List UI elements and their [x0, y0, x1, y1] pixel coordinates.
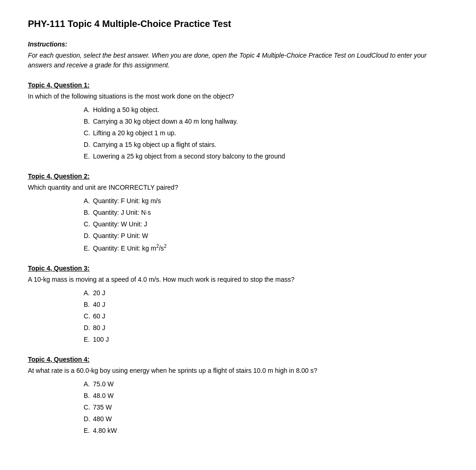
- question-block-q4: Topic 4, Question 4:At what rate is a 60…: [28, 356, 448, 436]
- choice-text-q2-3: Quantity: P Unit: W: [93, 232, 148, 239]
- choice-item-q1-4: E.Lowering a 25 kg object from a second …: [84, 152, 448, 161]
- page-title: PHY-111 Topic 4 Multiple-Choice Practice…: [28, 19, 448, 29]
- choice-text-q4-3: 480 W: [93, 415, 112, 423]
- choice-text-q3-0: 20 J: [93, 289, 105, 297]
- choice-item-q2-3: D.Quantity: P Unit: W: [84, 231, 448, 241]
- choice-item-q3-3: D.80 J: [84, 323, 448, 333]
- choice-item-q3-1: B.40 J: [84, 300, 448, 310]
- question-title-q2: Topic 4, Question 2:: [28, 172, 448, 180]
- choice-item-q4-1: B.48.0 W: [84, 391, 448, 401]
- choice-label-q4-0: A.: [84, 379, 93, 389]
- question-text-q3: A 10-kg mass is moving at a speed of 4.0…: [28, 275, 448, 285]
- choices-list-q3: A.20 JB.40 JC.60 JD.80 JE.100 J: [28, 288, 448, 344]
- choice-item-q4-2: C.735 W: [84, 403, 448, 412]
- choice-label-q2-2: C.: [84, 219, 93, 229]
- choice-label-q3-2: C.: [84, 311, 93, 321]
- choice-text-q4-0: 75.0 W: [93, 380, 113, 388]
- question-title-q1: Topic 4, Question 1:: [28, 81, 448, 89]
- choice-label-q3-1: B.: [84, 300, 93, 310]
- question-block-q2: Topic 4, Question 2:Which quantity and u…: [28, 172, 448, 253]
- choice-item-q2-4: E.Quantity: E Unit: kg m2/s2: [84, 243, 448, 253]
- question-text-q4: At what rate is a 60.0-kg boy using ener…: [28, 366, 448, 376]
- choice-item-q3-2: C.60 J: [84, 311, 448, 321]
- choice-label-q1-4: E.: [84, 152, 93, 161]
- choice-label-q3-0: A.: [84, 288, 93, 298]
- choice-item-q3-0: A.20 J: [84, 288, 448, 298]
- question-text-q2: Which quantity and unit are INCORRECTLY …: [28, 183, 448, 192]
- choice-item-q1-3: D.Carrying a 15 kg object up a flight of…: [84, 140, 448, 150]
- choice-label-q4-3: D.: [84, 414, 93, 424]
- choice-label-q1-0: A.: [84, 105, 93, 115]
- instructions-label: Instructions:: [28, 40, 448, 48]
- choice-item-q3-4: E.100 J: [84, 335, 448, 344]
- choice-item-q1-0: A.Holding a 50 kg object.: [84, 105, 448, 115]
- choice-text-q3-3: 80 J: [93, 324, 105, 331]
- choice-label-q2-3: D.: [84, 231, 93, 241]
- choice-item-q4-3: D.480 W: [84, 414, 448, 424]
- questions-container: Topic 4, Question 1:In which of the foll…: [28, 81, 448, 436]
- question-title-q4: Topic 4, Question 4:: [28, 356, 448, 363]
- choice-text-q2-2: Quantity: W Unit: J: [93, 220, 147, 228]
- choice-label-q2-1: B.: [84, 208, 93, 218]
- choice-label-q3-4: E.: [84, 335, 93, 344]
- choice-text-q1-3: Carrying a 15 kg object up a flight of s…: [93, 141, 216, 148]
- choice-text-q2-4: Quantity: E Unit: kg m2/s2: [93, 245, 166, 252]
- choice-text-q1-1: Carrying a 30 kg object down a 40 m long…: [93, 118, 238, 125]
- choice-text-q3-4: 100 J: [93, 336, 109, 343]
- choice-text-q4-1: 48.0 W: [93, 392, 113, 399]
- choice-label-q2-4: E.: [84, 244, 93, 253]
- choice-item-q1-2: C.Lifting a 20 kg object 1 m up.: [84, 128, 448, 138]
- choice-text-q1-2: Lifting a 20 kg object 1 m up.: [93, 129, 176, 137]
- choice-label-q2-0: A.: [84, 196, 93, 206]
- choice-text-q4-2: 735 W: [93, 404, 112, 411]
- choice-label-q4-4: E.: [84, 426, 93, 436]
- choice-item-q4-4: E.4.80 kW: [84, 426, 448, 436]
- choices-list-q4: A.75.0 WB.48.0 WC.735 WD.480 WE.4.80 kW: [28, 379, 448, 436]
- choice-label-q1-2: C.: [84, 128, 93, 138]
- choice-text-q3-1: 40 J: [93, 301, 105, 308]
- choice-label-q1-3: D.: [84, 140, 93, 150]
- choice-text-q2-1: Quantity: J Unit: N·s: [93, 209, 151, 216]
- choice-label-q3-3: D.: [84, 323, 93, 333]
- choice-text-q4-4: 4.80 kW: [93, 427, 117, 434]
- choice-item-q2-0: A.Quantity: F Unit: kg m/s: [84, 196, 448, 206]
- choice-label-q1-1: B.: [84, 117, 93, 126]
- question-title-q3: Topic 4, Question 3:: [28, 265, 448, 272]
- question-block-q3: Topic 4, Question 3:A 10-kg mass is movi…: [28, 265, 448, 344]
- choice-label-q4-2: C.: [84, 403, 93, 412]
- instructions-text: For each question, select the best answe…: [28, 51, 448, 70]
- question-block-q1: Topic 4, Question 1:In which of the foll…: [28, 81, 448, 161]
- choice-item-q2-2: C.Quantity: W Unit: J: [84, 219, 448, 229]
- instructions-block: Instructions: For each question, select …: [28, 40, 448, 70]
- choice-item-q2-1: B.Quantity: J Unit: N·s: [84, 208, 448, 218]
- question-text-q1: In which of the following situations is …: [28, 92, 448, 101]
- choice-item-q4-0: A.75.0 W: [84, 379, 448, 389]
- choice-text-q3-2: 60 J: [93, 312, 105, 320]
- choice-text-q1-4: Lowering a 25 kg object from a second st…: [93, 152, 285, 160]
- choice-text-q1-0: Holding a 50 kg object.: [93, 106, 159, 113]
- choices-list-q1: A.Holding a 50 kg object.B.Carrying a 30…: [28, 105, 448, 161]
- choice-text-q2-0: Quantity: F Unit: kg m/s: [93, 197, 161, 205]
- choice-item-q1-1: B.Carrying a 30 kg object down a 40 m lo…: [84, 117, 448, 126]
- choices-list-q2: A.Quantity: F Unit: kg m/sB.Quantity: J …: [28, 196, 448, 253]
- choice-label-q4-1: B.: [84, 391, 93, 401]
